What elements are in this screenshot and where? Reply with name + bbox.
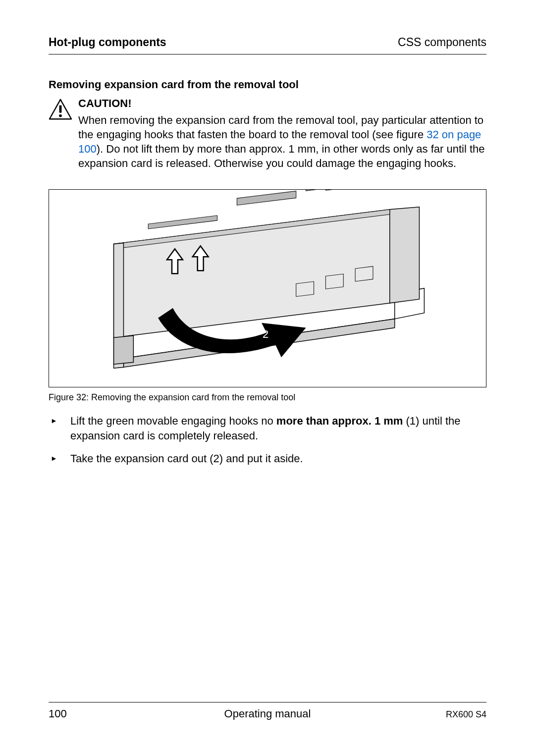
header-right: CSS components — [398, 36, 486, 49]
list-item: Lift the green movable engaging hooks no… — [49, 414, 486, 443]
svg-rect-1 — [59, 105, 62, 112]
footer-title: Operating manual — [108, 707, 427, 720]
page-footer: 100 Operating manual RX600 S4 — [49, 702, 486, 720]
caution-title: CAUTION! — [78, 97, 486, 110]
caution-text-before: When removing the expansion card from th… — [78, 114, 483, 141]
figure-box: 2 — [49, 189, 486, 387]
header-left: Hot-plug components — [49, 36, 166, 49]
page-header: Hot-plug components CSS components — [49, 36, 486, 54]
svg-point-2 — [59, 114, 62, 117]
caution-text-after: ). Do not lift them by more than approx.… — [78, 143, 485, 169]
page-number: 100 — [49, 707, 108, 720]
list-item: Take the expansion card out (2) and put … — [49, 451, 486, 466]
footer-model: RX600 S4 — [427, 709, 486, 720]
svg-rect-12 — [148, 216, 217, 229]
step1-bold: more than approx. 1 mm — [276, 415, 403, 427]
caution-icon — [49, 98, 72, 124]
caution-block: CAUTION! When removing the expansion car… — [49, 97, 486, 170]
svg-rect-13 — [325, 190, 345, 190]
diagram-illustration: 2 — [49, 190, 486, 387]
caution-body: When removing the expansion card from th… — [78, 113, 486, 170]
svg-rect-9 — [237, 191, 296, 206]
section-subtitle: Removing expansion card from the removal… — [49, 78, 486, 91]
step1-pre: Lift the green movable engaging hooks no — [70, 415, 276, 427]
svg-marker-15 — [114, 336, 134, 365]
svg-marker-7 — [390, 207, 420, 303]
step-list: Lift the green movable engaging hooks no… — [49, 414, 486, 466]
figure-arrow-label: 2 — [263, 328, 268, 340]
figure-caption: Figure 32: Removing the expansion card f… — [49, 392, 486, 403]
